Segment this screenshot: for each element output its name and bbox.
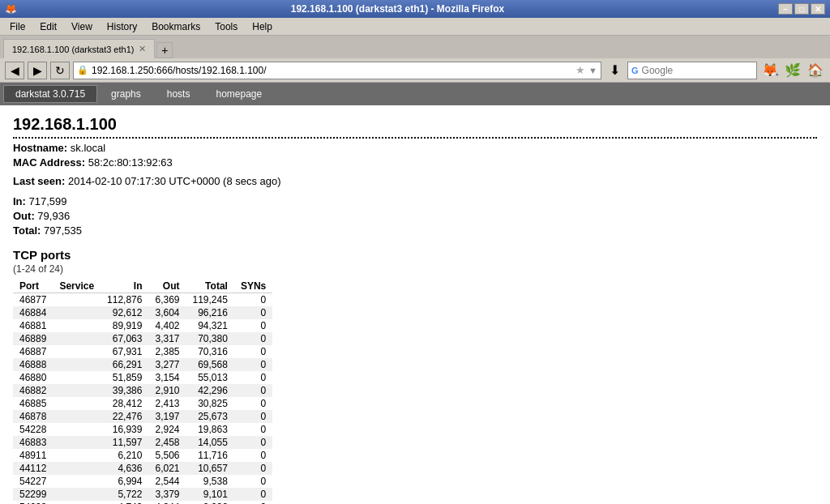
cell-out: 6,369 xyxy=(148,293,186,307)
cell-out: 3,604 xyxy=(148,306,186,319)
cell-service xyxy=(53,332,101,345)
menu-help[interactable]: Help xyxy=(246,19,279,34)
table-row: 4688866,2913,27769,5680 xyxy=(13,358,272,371)
app-tab-darkstat[interactable]: darkstat 3.0.715 xyxy=(3,85,97,103)
app-tab-hosts[interactable]: hosts xyxy=(155,85,203,103)
cell-total: 10,657 xyxy=(186,462,234,475)
menu-view[interactable]: View xyxy=(65,19,99,34)
browser-tab-active[interactable]: 192.168.1.100 (darkstat3 eth1) ✕ xyxy=(3,39,155,58)
cell-port: 46889 xyxy=(13,332,53,345)
download-button[interactable]: ⬇ xyxy=(605,62,624,79)
table-row: 46877112,8766,369119,2450 xyxy=(13,293,272,307)
hostname-value: sk.local xyxy=(71,142,105,154)
cell-in: 89,919 xyxy=(101,319,148,332)
cell-syns: 0 xyxy=(234,358,272,371)
cell-syns: 0 xyxy=(234,397,272,410)
cell-out: 3,154 xyxy=(148,371,186,384)
out-line: Out: 79,936 xyxy=(13,210,817,222)
cell-out: 2,910 xyxy=(148,384,186,397)
cell-service xyxy=(53,475,101,488)
cell-total: 96,216 xyxy=(186,306,234,319)
menu-edit[interactable]: Edit xyxy=(33,19,63,34)
col-out: Out xyxy=(148,280,186,293)
leaf-button[interactable]: 🌿 xyxy=(783,62,802,79)
table-row: 4688528,4122,41330,8250 xyxy=(13,397,272,410)
tab-close-icon[interactable]: ✕ xyxy=(139,44,146,54)
browser-tabbar: 192.168.1.100 (darkstat3 eth1) ✕ + xyxy=(0,36,830,58)
cell-port: 46883 xyxy=(13,436,53,449)
cell-port: 48911 xyxy=(13,449,53,462)
tab-label: 192.168.1.100 (darkstat3 eth1) xyxy=(12,45,134,54)
col-port: Port xyxy=(13,280,53,293)
cell-in: 28,412 xyxy=(101,397,148,410)
table-row: 522995,7223,3799,1010 xyxy=(13,488,272,501)
cell-service xyxy=(53,501,101,504)
cell-service xyxy=(53,293,101,307)
url-star-icon[interactable]: ★ xyxy=(575,64,585,76)
traffic-info: In: 717,599 Out: 79,936 Total: 797,535 xyxy=(13,195,817,237)
cell-total: 30,825 xyxy=(186,397,234,410)
tcp-ports-title: TCP ports xyxy=(13,248,817,262)
cell-in: 6,210 xyxy=(101,449,148,462)
cell-out: 3,277 xyxy=(148,358,186,371)
cell-service xyxy=(53,423,101,436)
table-row: 489116,2105,50611,7160 xyxy=(13,449,272,462)
back-button[interactable]: ◀ xyxy=(5,62,24,79)
reload-button[interactable]: ↻ xyxy=(50,62,70,79)
cell-total: 19,863 xyxy=(186,423,234,436)
cell-port: 46885 xyxy=(13,397,53,410)
search-bar[interactable]: G 🔍 xyxy=(627,62,757,79)
cell-syns: 0 xyxy=(234,488,272,501)
cell-out: 2,544 xyxy=(148,475,186,488)
cell-port: 46884 xyxy=(13,306,53,319)
col-in: In xyxy=(101,280,148,293)
out-label: Out: xyxy=(13,210,35,222)
menu-file[interactable]: File xyxy=(3,19,32,34)
url-bar[interactable]: 🔒 ★ ▼ xyxy=(73,62,601,79)
ports-table: Port Service In Out Total SYNs 46877112,… xyxy=(13,280,272,504)
cell-syns: 0 xyxy=(234,319,272,332)
titlebar: 🦊 192.168.1.100 (darkstat3 eth1) - Mozil… xyxy=(0,0,830,18)
cell-syns: 0 xyxy=(234,501,272,504)
google-icon: G xyxy=(631,66,639,75)
cell-service xyxy=(53,462,101,475)
firefox-button[interactable]: 🦊 xyxy=(760,62,780,79)
menubar: File Edit View History Bookmarks Tools H… xyxy=(0,18,830,36)
cell-syns: 0 xyxy=(234,306,272,319)
cell-in: 22,476 xyxy=(101,410,148,423)
table-row: 4688767,9312,38570,3160 xyxy=(13,345,272,358)
ports-tbody: 46877112,8766,369119,24504688492,6123,60… xyxy=(13,293,272,505)
cell-total: 14,055 xyxy=(186,436,234,449)
cell-total: 119,245 xyxy=(186,293,234,307)
menu-tools[interactable]: Tools xyxy=(208,19,244,34)
table-row: 4688311,5972,45814,0550 xyxy=(13,436,272,449)
cell-port: 46877 xyxy=(13,293,53,307)
cell-port: 46878 xyxy=(13,410,53,423)
url-dropdown-icon[interactable]: ▼ xyxy=(588,66,597,75)
cell-port: 54228 xyxy=(13,423,53,436)
cell-total: 8,986 xyxy=(186,501,234,504)
forward-button[interactable]: ▶ xyxy=(28,62,47,79)
cell-out: 4,244 xyxy=(148,501,186,504)
maximize-button[interactable]: □ xyxy=(794,3,809,15)
app-tab-homepage[interactable]: homepage xyxy=(203,85,274,103)
cell-total: 94,321 xyxy=(186,319,234,332)
menu-history[interactable]: History xyxy=(101,19,143,34)
col-syns: SYNs xyxy=(234,280,272,293)
menu-bookmarks[interactable]: Bookmarks xyxy=(145,19,207,34)
table-row: 5422816,9392,92419,8630 xyxy=(13,423,272,436)
in-label: In: xyxy=(13,195,26,207)
new-tab-button[interactable]: + xyxy=(156,42,173,58)
cell-out: 4,402 xyxy=(148,319,186,332)
home-button[interactable]: 🏠 xyxy=(806,62,825,79)
cell-service xyxy=(53,410,101,423)
minimize-button[interactable]: – xyxy=(778,3,793,15)
close-button[interactable]: ✕ xyxy=(811,3,825,15)
lastseen-label: Last seen: xyxy=(13,175,65,187)
cell-in: 67,931 xyxy=(101,345,148,358)
search-input[interactable] xyxy=(642,65,764,76)
app-tab-graphs[interactable]: graphs xyxy=(99,85,153,103)
url-input[interactable] xyxy=(92,65,572,76)
cell-syns: 0 xyxy=(234,332,272,345)
cell-port: 46880 xyxy=(13,371,53,384)
